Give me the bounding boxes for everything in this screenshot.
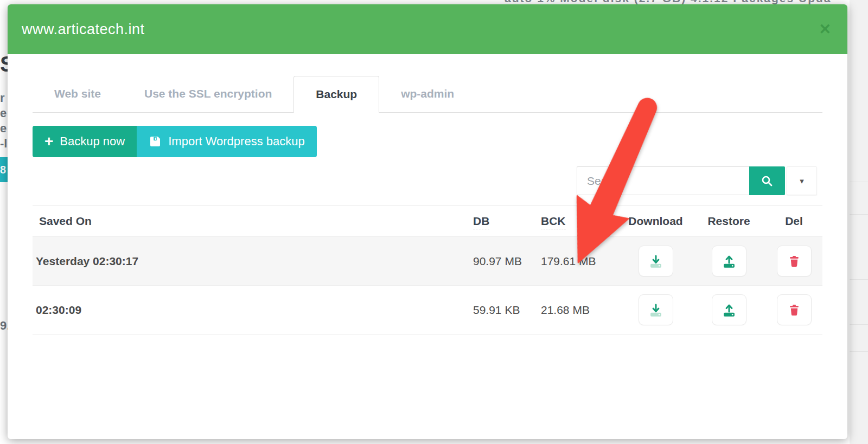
tab-wp-admin[interactable]: wp-admin bbox=[379, 75, 476, 112]
restore-upload-icon bbox=[722, 254, 737, 269]
background-text-fragment: r bbox=[0, 91, 5, 105]
download-icon bbox=[648, 303, 663, 318]
restore-button[interactable] bbox=[712, 294, 746, 325]
column-del: Del bbox=[765, 206, 822, 237]
tab-backup[interactable]: Backup bbox=[293, 76, 379, 113]
dialog-tabs: Web site Use the SSL encryption Backup w… bbox=[33, 76, 822, 113]
background-text-fragment: e bbox=[0, 106, 7, 120]
column-db-sort[interactable]: DB bbox=[473, 215, 489, 229]
backup-now-button[interactable]: + Backup now bbox=[33, 126, 137, 157]
tab-web-site[interactable]: Web site bbox=[33, 75, 123, 112]
column-download: Download bbox=[619, 206, 692, 237]
column-bck-sort[interactable]: BCK bbox=[541, 215, 566, 229]
search-button[interactable] bbox=[749, 166, 785, 195]
download-button[interactable] bbox=[639, 246, 673, 276]
download-button[interactable] bbox=[639, 294, 673, 325]
restore-button[interactable] bbox=[712, 246, 746, 276]
search-icon bbox=[760, 174, 774, 188]
backup-db-size: 90.97 MB bbox=[470, 237, 538, 286]
trash-icon bbox=[787, 254, 801, 268]
column-restore: Restore bbox=[692, 206, 765, 237]
background-text-fragment: -l bbox=[0, 137, 7, 151]
backup-saved-on: Yesterday 02:30:17 bbox=[33, 237, 470, 286]
dialog-title: www.articatech.int bbox=[22, 21, 145, 38]
background-right-strip bbox=[850, 0, 868, 444]
chevron-down-icon: ▾ bbox=[800, 176, 804, 186]
backup-bck-size: 21.68 MB bbox=[538, 286, 619, 334]
floppy-disk-icon bbox=[149, 135, 162, 148]
delete-button[interactable] bbox=[777, 294, 812, 325]
tab-ssl-encryption[interactable]: Use the SSL encryption bbox=[123, 75, 293, 112]
background-badge-fragment: 8 bbox=[0, 157, 8, 182]
search-options-button[interactable]: ▾ bbox=[787, 166, 817, 195]
plus-icon: + bbox=[44, 134, 53, 149]
restore-upload-icon bbox=[722, 303, 737, 318]
trash-icon bbox=[787, 303, 801, 317]
site-settings-dialog: www.articatech.int ✕ Web site Use the SS… bbox=[8, 4, 847, 439]
column-saved-on: Saved On bbox=[33, 206, 470, 237]
backup-bck-size: 179.61 MB bbox=[538, 237, 619, 286]
download-icon bbox=[648, 254, 663, 269]
delete-button[interactable] bbox=[777, 246, 812, 276]
search-input[interactable] bbox=[577, 166, 749, 195]
table-row: 02:30:09 59.91 KB 21.68 MB bbox=[33, 286, 822, 334]
import-wordpress-backup-button[interactable]: Import Wordpress backup bbox=[137, 126, 316, 157]
table-row: Yesterday 02:30:17 90.97 MB 179.61 MB bbox=[33, 237, 822, 286]
background-text-fragment: e bbox=[0, 121, 7, 136]
backup-db-size: 59.91 KB bbox=[470, 286, 538, 334]
backup-toolbar: + Backup now Import Wordpress backup bbox=[33, 126, 822, 157]
search-row: ▾ bbox=[33, 166, 822, 195]
backups-table: Saved On DB BCK Download Restore Del Yes… bbox=[33, 205, 822, 334]
close-icon[interactable]: ✕ bbox=[816, 20, 833, 39]
import-wordpress-backup-label: Import Wordpress backup bbox=[168, 134, 304, 149]
dialog-header: www.articatech.int ✕ bbox=[8, 4, 847, 54]
backup-saved-on: 02:30:09 bbox=[33, 286, 470, 334]
backup-now-label: Backup now bbox=[60, 134, 125, 149]
table-header-row: Saved On DB BCK Download Restore Del bbox=[33, 206, 822, 237]
